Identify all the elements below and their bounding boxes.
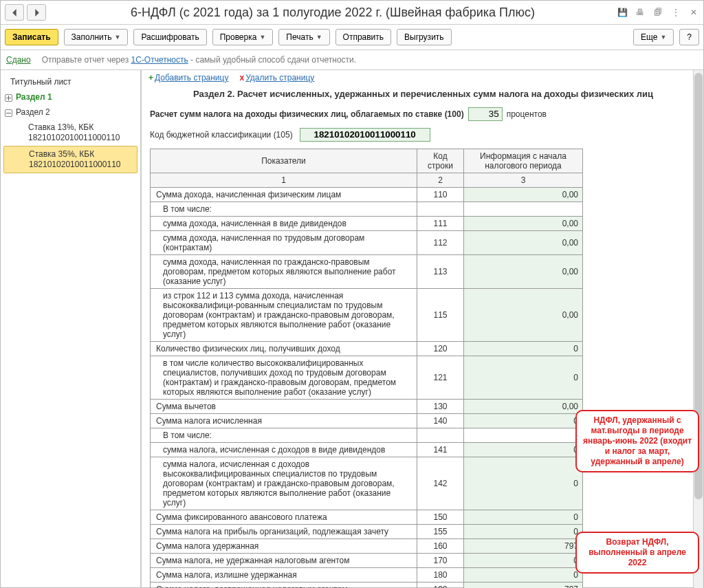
page-actions: +Добавить страницу xУдалить страницу (143, 70, 703, 85)
table-row: Сумма налога на прибыль организаций, под… (151, 524, 583, 538)
row-label: Сумма налога, возвращенная налоговым аге… (151, 582, 417, 588)
row-code: 111 (417, 216, 464, 230)
col-header-3: Информация с начала налогового периода (464, 149, 583, 173)
send-button[interactable]: Отправить (336, 29, 392, 45)
help-button[interactable]: ? (679, 29, 699, 45)
table-row: Сумма налога, не удержанная налоговым аг… (151, 553, 583, 567)
tree-section-1[interactable]: Раздел 1 (1, 89, 139, 105)
table-row: Количество физических лиц, получивших до… (151, 341, 583, 356)
row-code: 113 (417, 254, 464, 288)
rate-unit: процентов (507, 109, 547, 119)
col-num-3: 3 (464, 173, 583, 187)
row-code: 130 (417, 399, 464, 413)
row-value[interactable]: 0 (464, 413, 583, 428)
table-row: Сумма налога удержанная160797 (151, 538, 583, 553)
hint-post: - самый удобный способ сдачи отчетности. (188, 55, 356, 65)
row-label: сумма налога, исчисленная с доходов в ви… (151, 442, 417, 457)
table-row: сумма налога, исчисленная с доходов высо… (151, 457, 583, 510)
tree-section-2[interactable]: Раздел 2 (1, 105, 140, 120)
row-value[interactable]: 0,00 (464, 254, 583, 288)
rate-label: Расчет сумм налога на доходы физических … (150, 109, 464, 119)
col-header-1: Показатели (151, 149, 417, 173)
row-code: 160 (417, 538, 464, 553)
col-num-2: 2 (417, 173, 464, 187)
close-icon[interactable]: ✕ (688, 7, 699, 18)
table-row: Сумма налога, возвращенная налоговым аге… (151, 582, 583, 588)
reporting-link[interactable]: 1С-Отчетность (131, 55, 188, 65)
row-code (417, 428, 464, 442)
table-row: Сумма вычетов1300,00 (151, 399, 583, 413)
rate-input[interactable] (468, 107, 503, 121)
attach-icon[interactable]: 🗐 (652, 7, 663, 18)
table-row: В том числе: (151, 428, 583, 442)
row-label: сумма дохода, начисленная по гражданско-… (151, 254, 417, 288)
tree-title-page[interactable]: Титульный лист (1, 74, 140, 89)
app-window: 6-НДФЛ (с 2021 года) за 1 полугодие 2022… (0, 0, 704, 588)
add-page-link[interactable]: +Добавить страницу (148, 73, 228, 83)
callout-ndfl-withheld: НДФЛ, удержанный с мат.выгоды в периоде … (575, 410, 699, 472)
row-label: Сумма налога исчисленная (151, 413, 417, 428)
scrollbar-track[interactable] (693, 70, 703, 588)
row-value[interactable]: 0,00 (464, 230, 583, 254)
table-row: из строк 112 и 113 сумма дохода, начисле… (151, 288, 583, 341)
col-num-1: 1 (151, 173, 417, 187)
decrypt-button[interactable]: Расшифровать (133, 29, 206, 45)
tree-rate-35[interactable]: Ставка 35%, КБК 18210102010011000110 (3, 146, 138, 173)
chevron-down-icon: ▼ (259, 34, 265, 41)
row-value[interactable]: 0 (464, 524, 583, 538)
content-area: +Добавить страницу xУдалить страницу Раз… (143, 70, 703, 588)
toolbar: Записать Заполнить▼ Расшифровать Проверк… (1, 25, 703, 50)
row-label: Сумма дохода, начисленная физическим лиц… (151, 187, 417, 202)
status-hint: Отправьте отчет через 1С-Отчетность - са… (42, 55, 356, 65)
more-button[interactable]: Еще▼ (633, 29, 674, 45)
row-value[interactable]: 0,00 (464, 288, 583, 341)
table-row: сумма дохода, начисленная в виде дивиден… (151, 216, 583, 230)
row-value[interactable]: 0,00 (464, 187, 583, 202)
write-button[interactable]: Записать (5, 29, 58, 45)
row-code: 170 (417, 553, 464, 567)
fill-label: Заполнить (72, 32, 112, 42)
row-label: Сумма вычетов (151, 399, 417, 413)
callout-ndfl-return: Возврат НДФЛ, выполненный в апреле 2022 (575, 532, 699, 574)
row-value[interactable]: 0 (464, 442, 583, 457)
row-value[interactable]: 0 (464, 457, 583, 510)
row-code: 140 (417, 413, 464, 428)
row-value[interactable]: 797 (464, 582, 583, 588)
table-row: В том числе: (151, 202, 583, 216)
chevron-down-icon: ▼ (660, 34, 666, 41)
row-value[interactable]: 0 (464, 341, 583, 356)
row-value[interactable]: 0 (464, 553, 583, 567)
rate-line: Расчет сумм налога на доходы физических … (143, 103, 703, 125)
export-button[interactable]: Выгрузить (397, 29, 452, 45)
row-value[interactable]: 0,00 (464, 399, 583, 413)
delete-page-label: Удалить страницу (245, 73, 314, 83)
row-value[interactable]: 797 (464, 538, 583, 553)
kebab-icon[interactable]: ⋮ (670, 7, 681, 18)
save-icon[interactable]: 💾 (617, 7, 628, 18)
nav-forward-button[interactable] (27, 4, 46, 21)
fill-button[interactable]: Заполнить▼ (64, 29, 129, 45)
check-label: Проверка (220, 32, 257, 42)
window-title: 6-НДФЛ (с 2021 года) за 1 полугодие 2022… (49, 6, 617, 20)
print-label: Печать (286, 32, 313, 42)
print-icon[interactable]: 🖶 (635, 7, 646, 18)
row-value[interactable]: 0 (464, 510, 583, 524)
print-button[interactable]: Печать▼ (278, 29, 329, 45)
row-label: Количество физических лиц, получивших до… (151, 341, 417, 356)
row-label: в том числе количество высококвалифициро… (151, 356, 417, 399)
body: Титульный лист Раздел 1 Раздел 2 Ставка … (1, 70, 703, 588)
status-link[interactable]: Сдано (6, 55, 31, 65)
nav-back-button[interactable] (5, 4, 24, 21)
tree-rate-13[interactable]: Ставка 13%, КБК 18210102010011000110 (1, 120, 140, 146)
row-code: 142 (417, 457, 464, 510)
check-button[interactable]: Проверка▼ (212, 29, 274, 45)
row-value[interactable]: 0 (464, 356, 583, 399)
titlebar: 6-НДФЛ (с 2021 года) за 1 полугодие 2022… (1, 1, 703, 25)
row-label: Сумма налога, излишне удержанная (151, 567, 417, 582)
row-code: 180 (417, 567, 464, 582)
delete-page-link[interactable]: xУдалить страницу (239, 73, 314, 83)
row-value[interactable]: 0,00 (464, 216, 583, 230)
kbk-input[interactable] (300, 128, 430, 142)
row-value[interactable]: 0 (464, 567, 583, 582)
row-label: Сумма налога на прибыль организаций, под… (151, 524, 417, 538)
